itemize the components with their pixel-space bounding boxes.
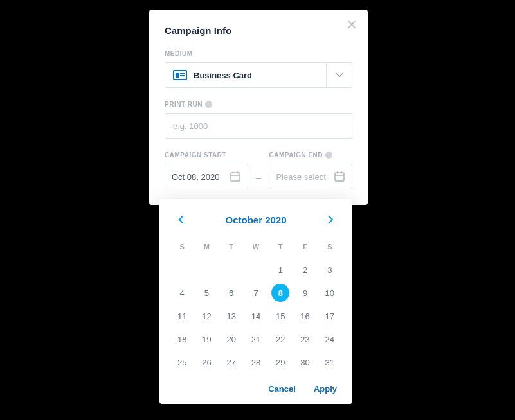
- date-separator: –: [256, 158, 262, 184]
- calendar-day[interactable]: 18: [170, 329, 194, 349]
- calendar-actions: Cancel Apply: [170, 384, 342, 394]
- calendar-day[interactable]: 7: [244, 283, 268, 303]
- svg-rect-1: [335, 173, 344, 181]
- chevron-left-icon: [178, 214, 185, 225]
- calendar-day-header: W: [244, 239, 268, 257]
- calendar-day[interactable]: 15: [268, 306, 293, 326]
- calendar-day[interactable]: 26: [194, 352, 219, 372]
- calendar-popup: October 2020 SMTWTFS12345678910111213141…: [159, 199, 352, 404]
- modal-title: Campaign Info: [165, 25, 352, 36]
- dropdown-selected: Business Card: [165, 63, 326, 87]
- dropdown-toggle[interactable]: [326, 63, 352, 87]
- print-run-label-text: PRINT RUN: [165, 101, 203, 108]
- chevron-down-icon: [336, 73, 343, 78]
- medium-dropdown[interactable]: Business Card: [165, 62, 352, 88]
- calendar-day[interactable]: 14: [244, 306, 268, 326]
- calendar-day[interactable]: 30: [293, 352, 317, 372]
- close-button[interactable]: [346, 19, 357, 30]
- calendar-day[interactable]: 20: [219, 329, 244, 349]
- svg-rect-0: [231, 173, 240, 181]
- calendar-blank: [170, 259, 194, 280]
- calendar-day[interactable]: 25: [170, 352, 194, 372]
- calendar-day[interactable]: 6: [219, 283, 244, 303]
- calendar-prev-button[interactable]: [174, 212, 189, 227]
- calendar-day-header: S: [170, 239, 194, 257]
- calendar-day[interactable]: 11: [170, 306, 194, 326]
- help-icon[interactable]: [325, 152, 332, 159]
- calendar-day[interactable]: 16: [293, 306, 317, 326]
- campaign-start-label: CAMPAIGN START: [165, 152, 248, 159]
- calendar-day-header: F: [293, 239, 317, 257]
- calendar-icon: [230, 171, 241, 182]
- calendar-day[interactable]: 4: [170, 283, 194, 303]
- calendar-grid: SMTWTFS123456789101112131415161718192021…: [170, 239, 342, 372]
- calendar-icon: [334, 171, 345, 182]
- calendar-day[interactable]: 3: [318, 259, 342, 280]
- cancel-button[interactable]: Cancel: [268, 384, 296, 394]
- calendar-day[interactable]: 8: [268, 283, 293, 303]
- calendar-title: October 2020: [225, 214, 286, 225]
- calendar-day[interactable]: 10: [318, 283, 342, 303]
- campaign-info-modal: Campaign Info MEDIUM Business Card PRINT…: [149, 10, 368, 205]
- calendar-day-header: T: [268, 239, 293, 257]
- campaign-end-placeholder: Please select: [276, 172, 330, 182]
- business-card-icon: [173, 70, 187, 80]
- calendar-day[interactable]: 23: [293, 329, 317, 349]
- calendar-day-header: T: [219, 239, 244, 257]
- calendar-day[interactable]: 27: [219, 352, 244, 372]
- calendar-day[interactable]: 5: [194, 283, 219, 303]
- calendar-day[interactable]: 2: [293, 259, 317, 280]
- calendar-day[interactable]: 29: [268, 352, 293, 372]
- calendar-header: October 2020: [170, 212, 342, 227]
- medium-label: MEDIUM: [165, 50, 352, 57]
- calendar-day[interactable]: 9: [293, 283, 317, 303]
- calendar-day[interactable]: 31: [318, 352, 342, 372]
- calendar-day-header: M: [194, 239, 219, 257]
- calendar-day[interactable]: 21: [244, 329, 268, 349]
- campaign-end-label: CAMPAIGN END: [269, 152, 352, 159]
- campaign-end-label-text: CAMPAIGN END: [269, 152, 323, 159]
- calendar-blank: [194, 259, 219, 280]
- chevron-right-icon: [327, 214, 334, 225]
- campaign-start-input[interactable]: Oct 08, 2020: [165, 164, 248, 189]
- print-run-input[interactable]: [165, 113, 352, 139]
- calendar-next-button[interactable]: [323, 212, 338, 227]
- calendar-day[interactable]: 13: [219, 306, 244, 326]
- close-icon: [347, 20, 356, 29]
- apply-button[interactable]: Apply: [314, 384, 337, 394]
- medium-field: MEDIUM Business Card: [165, 50, 352, 88]
- calendar-day[interactable]: 19: [194, 329, 219, 349]
- campaign-start-value: Oct 08, 2020: [172, 172, 226, 182]
- help-icon[interactable]: [205, 101, 212, 108]
- campaign-end-input[interactable]: Please select: [269, 164, 352, 189]
- calendar-day[interactable]: 1: [268, 259, 293, 280]
- print-run-field: PRINT RUN: [165, 101, 352, 139]
- calendar-blank: [219, 259, 244, 280]
- calendar-blank: [244, 259, 268, 280]
- dropdown-text: Business Card: [194, 71, 252, 80]
- calendar-day[interactable]: 28: [244, 352, 268, 372]
- calendar-day[interactable]: 22: [268, 329, 293, 349]
- calendar-day-header: S: [318, 239, 342, 257]
- calendar-day[interactable]: 12: [194, 306, 219, 326]
- calendar-day[interactable]: 24: [318, 329, 342, 349]
- campaign-start-field: CAMPAIGN START Oct 08, 2020: [165, 152, 248, 189]
- campaign-end-field: CAMPAIGN END Please select: [269, 152, 352, 189]
- calendar-day[interactable]: 17: [318, 306, 342, 326]
- print-run-label: PRINT RUN: [165, 101, 352, 108]
- date-row: CAMPAIGN START Oct 08, 2020 – CAMPAIGN E…: [165, 152, 352, 189]
